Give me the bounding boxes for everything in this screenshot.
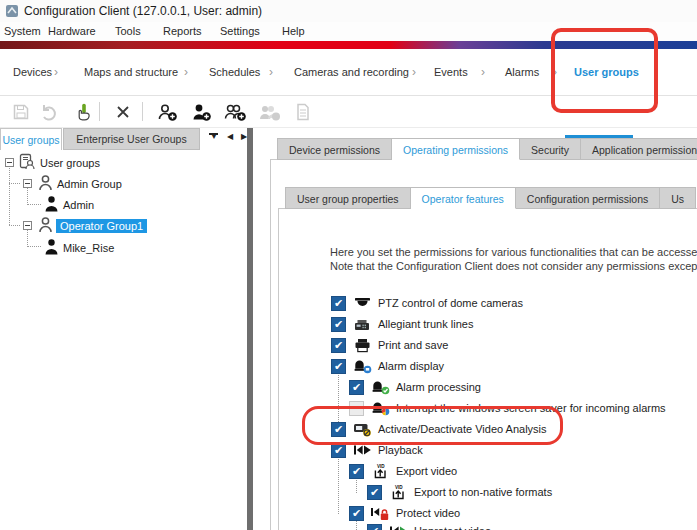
tree-row-user-groups[interactable]: User groups bbox=[0, 152, 100, 173]
tree-label[interactable]: Admin Group bbox=[57, 178, 122, 190]
protect-video-icon bbox=[369, 505, 391, 521]
group-icon bbox=[38, 174, 53, 193]
tree-row-mike-rise[interactable]: Mike_Rise bbox=[0, 237, 114, 258]
dome-camera-icon bbox=[351, 296, 373, 311]
nav-tab-maps-and-structure[interactable]: Maps and structure bbox=[84, 66, 178, 78]
export-video-icon: VID bbox=[387, 484, 409, 501]
nav-tab-events[interactable]: Events bbox=[434, 66, 468, 78]
tree-label[interactable]: Admin bbox=[63, 199, 94, 211]
tree-label-selected[interactable]: Operator Group1 bbox=[56, 219, 147, 233]
menu-reports[interactable]: Reports bbox=[163, 25, 202, 37]
tab-operator-features[interactable]: Operator features bbox=[411, 187, 516, 209]
alarm-display-icon bbox=[351, 358, 373, 374]
nav-tab-schedules[interactable]: Schedules bbox=[209, 66, 260, 78]
menu-tools[interactable]: Tools bbox=[115, 25, 141, 37]
checkbox[interactable] bbox=[349, 464, 364, 479]
permissions-tab-strip: Device permissions Operating permissions… bbox=[277, 138, 697, 160]
checkbox[interactable] bbox=[331, 296, 346, 311]
nav-tab-cameras-and-recording[interactable]: Cameras and recording bbox=[294, 66, 409, 78]
collapse-icon[interactable] bbox=[23, 221, 32, 230]
copy-permissions-icon bbox=[290, 100, 316, 124]
user-groups-root-icon bbox=[19, 153, 36, 172]
pin-tab-bar-icon bbox=[209, 133, 218, 135]
permission-row: Protect video bbox=[349, 503, 460, 523]
checkbox[interactable] bbox=[331, 338, 346, 353]
checkbox[interactable] bbox=[331, 317, 346, 332]
tree-connector bbox=[338, 456, 339, 514]
annotation-rect-user-groups bbox=[551, 28, 658, 113]
operator-features-tab-strip: User group properties Operator features … bbox=[285, 187, 696, 209]
group-icon bbox=[38, 216, 53, 235]
export-video-icon: VID bbox=[369, 463, 391, 480]
user-icon bbox=[44, 238, 59, 257]
permission-row: PTZ control of dome cameras bbox=[331, 293, 523, 313]
tab-user-interface[interactable]: Us bbox=[660, 187, 696, 209]
permission-row: Alarm processing bbox=[349, 377, 481, 397]
undo-icon[interactable] bbox=[36, 100, 62, 124]
checkbox[interactable] bbox=[331, 359, 346, 374]
toolbar-separator bbox=[142, 102, 143, 121]
title-bar: Configuration Client (127.0.0.1, User: a… bbox=[0, 0, 697, 22]
chevron-icon: › bbox=[412, 65, 416, 79]
left-tab-enterprise-user-groups[interactable]: Enterprise User Groups bbox=[63, 128, 200, 150]
left-tab-user-groups[interactable]: User groups bbox=[0, 128, 62, 150]
collapse-icon[interactable] bbox=[23, 179, 32, 188]
nav-tab-alarms[interactable]: Alarms bbox=[505, 66, 539, 78]
unprotect-video-icon bbox=[387, 523, 409, 530]
app-icon bbox=[5, 4, 19, 22]
tree-row-admin[interactable]: Admin bbox=[0, 194, 94, 215]
tree-label[interactable]: User groups bbox=[40, 157, 100, 169]
nav-tab-devices[interactable]: Devices bbox=[13, 66, 52, 78]
new-user-icon[interactable] bbox=[188, 100, 214, 124]
tab-device-permissions[interactable]: Device permissions bbox=[277, 138, 392, 160]
permission-row: Unprotect video bbox=[367, 521, 491, 530]
tree-row-operator-group1[interactable]: Operator Group1 bbox=[0, 215, 147, 236]
printer-icon bbox=[351, 338, 373, 353]
menu-system[interactable]: System bbox=[4, 25, 41, 37]
menu-settings[interactable]: Settings bbox=[220, 25, 260, 37]
save-icon[interactable] bbox=[8, 100, 34, 124]
description-line-1: Here you set the permissions for various… bbox=[330, 246, 697, 258]
tab-user-group-properties[interactable]: User group properties bbox=[285, 187, 411, 209]
annotation-rect-video-analysis bbox=[302, 406, 563, 445]
panel-splitter[interactable] bbox=[247, 128, 253, 530]
dual-authorization-disabled-icon bbox=[256, 100, 282, 124]
tab-configuration-permissions[interactable]: Configuration permissions bbox=[516, 187, 660, 209]
delete-icon[interactable] bbox=[110, 100, 136, 124]
new-dual-authorization-group-icon[interactable] bbox=[222, 100, 248, 124]
menu-help[interactable]: Help bbox=[282, 25, 305, 37]
tab-operating-permissions[interactable]: Operating permissions bbox=[392, 138, 520, 160]
chevron-icon: › bbox=[54, 65, 58, 79]
tree-label[interactable]: Mike_Rise bbox=[63, 242, 114, 254]
configuration-client-window: Configuration Client (127.0.0.1, User: a… bbox=[0, 0, 697, 530]
permission-row: Allegiant trunk lines bbox=[331, 314, 473, 334]
tab-application-permissions[interactable]: Application permissions bbox=[581, 138, 697, 160]
tab-security[interactable]: Security bbox=[520, 138, 581, 160]
toolbar-separator bbox=[99, 102, 100, 121]
checkbox[interactable] bbox=[349, 380, 364, 395]
permission-row: VID Export video bbox=[349, 461, 457, 481]
collapse-icon[interactable] bbox=[5, 158, 14, 167]
checkbox[interactable] bbox=[367, 524, 382, 530]
checkbox[interactable] bbox=[349, 506, 364, 521]
description-line-2: Note that the Configuration Client does … bbox=[330, 260, 697, 272]
permission-row: Print and save bbox=[331, 335, 448, 355]
new-user-group-icon[interactable] bbox=[154, 100, 180, 124]
permission-row: Alarm display bbox=[331, 356, 444, 376]
activate-configuration-icon[interactable] bbox=[70, 100, 96, 124]
alarm-processing-icon bbox=[369, 379, 391, 395]
checkbox[interactable] bbox=[367, 485, 382, 500]
svg-text:VID: VID bbox=[395, 484, 403, 489]
scroll-tabs-left-icon[interactable]: ◀ bbox=[224, 132, 236, 141]
trunk-lines-icon bbox=[351, 317, 373, 332]
menu-hardware[interactable]: Hardware bbox=[48, 25, 96, 37]
chevron-icon: › bbox=[184, 65, 188, 79]
permission-row: VID Export to non-native formats bbox=[367, 482, 552, 502]
user-icon bbox=[44, 195, 59, 214]
svg-text:VID: VID bbox=[377, 463, 385, 468]
window-title: Configuration Client (127.0.0.1, User: a… bbox=[24, 4, 262, 18]
chevron-icon: › bbox=[269, 65, 273, 79]
tree-row-admin-group[interactable]: Admin Group bbox=[0, 173, 122, 194]
chevron-icon: › bbox=[481, 65, 485, 79]
